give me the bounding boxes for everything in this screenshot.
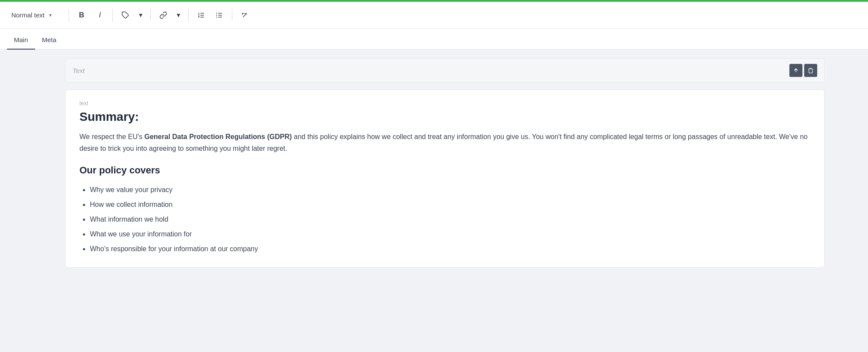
clear-format-icon: [241, 11, 249, 19]
content-body: We respect the EU's General Data Protect…: [79, 131, 810, 154]
toolbar-divider-5: [232, 9, 232, 21]
toolbar-divider-3: [150, 9, 151, 21]
text-block-placeholder: Text: [73, 67, 85, 74]
list-item: What information we hold: [90, 213, 810, 226]
text-block-header: Text: [66, 59, 824, 82]
toolbar-divider-1: [69, 9, 69, 21]
content-subtitle: Our policy covers: [79, 165, 810, 176]
chevron-down-icon: ▾: [49, 12, 52, 18]
link-dropdown-button[interactable]: ▾: [174, 8, 183, 23]
link-icon: [159, 11, 167, 19]
content-area: Text: [56, 50, 833, 352]
toolbar: Normal text ▾ B I ▾ ▾: [0, 2, 868, 29]
svg-point-8: [216, 14, 217, 15]
move-up-button[interactable]: [789, 64, 802, 77]
left-sidebar: [0, 50, 56, 352]
text-block-actions: [789, 64, 817, 77]
body-bold: General Data Protection Regulations (GDP…: [144, 133, 292, 140]
editor-content: text Summary: We respect the EU's Genera…: [65, 90, 825, 268]
content-type-label: text: [79, 100, 810, 106]
svg-point-7: [216, 13, 217, 13]
text-block-card: Text: [65, 58, 825, 83]
arrow-up-icon: [793, 67, 799, 73]
unordered-list-icon: [215, 11, 223, 19]
tab-meta[interactable]: Meta: [35, 31, 63, 50]
text-style-label: Normal text: [11, 11, 45, 19]
content-list: Why we value your privacyHow we collect …: [79, 183, 810, 256]
tag-button[interactable]: [118, 8, 133, 23]
list-item: How we collect information: [90, 198, 810, 212]
svg-point-9: [216, 17, 217, 17]
right-panel: [833, 50, 868, 352]
list-item: Why we value your privacy: [90, 183, 810, 197]
delete-button[interactable]: [804, 64, 817, 77]
tag-dropdown-button[interactable]: ▾: [136, 8, 145, 23]
link-button[interactable]: [156, 8, 171, 23]
list-item: Who's responsible for your information a…: [90, 242, 810, 256]
toolbar-divider-4: [188, 9, 188, 21]
clear-format-button[interactable]: [238, 8, 252, 23]
text-style-selector[interactable]: Normal text ▾: [7, 9, 63, 21]
trash-icon: [808, 67, 814, 73]
tabs-container: Main Meta: [0, 29, 868, 50]
body-intro: We respect the EU's: [79, 133, 144, 140]
toolbar-divider-2: [112, 9, 113, 21]
bold-button[interactable]: B: [74, 8, 89, 23]
tab-main[interactable]: Main: [7, 31, 35, 50]
ordered-list-button[interactable]: [194, 8, 208, 23]
content-title: Summary:: [79, 110, 810, 124]
ordered-list-icon: [197, 11, 205, 19]
link-dropdown-icon: ▾: [177, 11, 180, 19]
tag-icon: [122, 11, 129, 19]
tag-dropdown-icon: ▾: [139, 11, 142, 19]
list-item: What we use your information for: [90, 227, 810, 241]
unordered-list-button[interactable]: [212, 8, 227, 23]
main-content: Text: [0, 50, 868, 352]
italic-button[interactable]: I: [92, 8, 107, 23]
